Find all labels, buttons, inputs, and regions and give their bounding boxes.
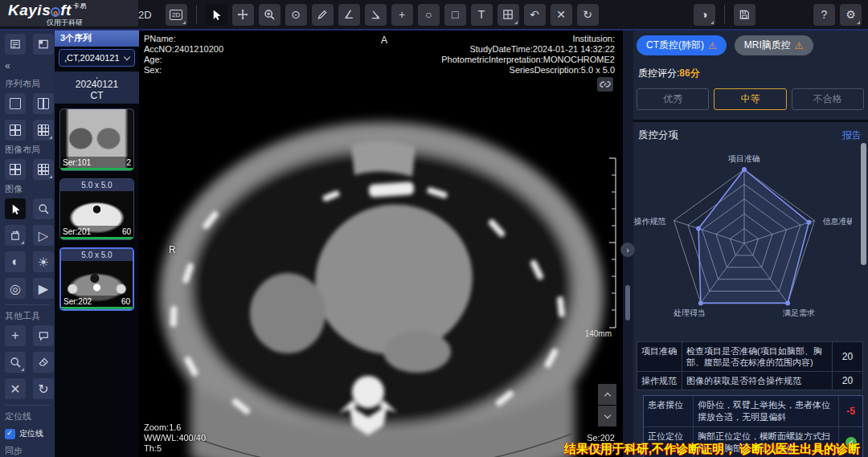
image-zoom-tool-button[interactable] — [33, 198, 54, 219]
expand-panel-button[interactable]: › — [620, 243, 635, 257]
reset-button[interactable]: ↻ — [577, 4, 599, 26]
cursor-tool-button[interactable] — [206, 4, 227, 26]
series-layout-3x3-button[interactable] — [33, 120, 54, 141]
text-tool-button[interactable]: T — [471, 4, 493, 26]
app-logo: Kayisoft卡易 仅用于科研 — [0, 0, 138, 30]
localizer-checkbox[interactable]: 定位线 — [0, 426, 55, 442]
report-link[interactable]: 报告 — [842, 129, 862, 142]
toolbar-separator — [196, 5, 197, 24]
qc-table: 项目准确 检查项目是否准确(项目如脑部、胸部、腹部是否在标准的范围内容) 20 … — [637, 341, 863, 390]
report-info-button[interactable]: ◑ — [694, 4, 715, 26]
qc-radar-chart: 项目准确信息准确满足需求处理得当操作规范 — [633, 142, 868, 341]
angle-tool-button[interactable]: ∠ — [338, 4, 360, 26]
flip-horizontal-button[interactable]: ▷ — [33, 225, 54, 246]
svg-text:项目准确: 项目准确 — [727, 154, 760, 163]
warning-icon: ⚠ — [795, 40, 804, 51]
rotate-flip-button[interactable] — [5, 225, 26, 246]
series-thumbnail-201[interactable]: 5.0 x 5.0 Ser:20160 — [59, 178, 134, 240]
svg-text:满足需求: 满足需求 — [783, 308, 815, 317]
warning-icon: ⚠ — [708, 40, 717, 51]
orientation-right-label: R — [169, 244, 176, 255]
orientation-anterior-label: A — [381, 35, 387, 46]
undo-button[interactable]: ↶ — [524, 4, 546, 26]
sync-title: 同步 — [0, 442, 55, 457]
eraser-tool-button[interactable] — [33, 352, 54, 373]
grade-medium-button[interactable]: 中等 — [714, 88, 786, 110]
series-count-label: 3个序列 — [55, 31, 139, 47]
save-button[interactable] — [734, 4, 755, 26]
image-layout-title: 图像布局 — [0, 141, 55, 159]
clear-tool-button[interactable]: ✕ — [5, 378, 26, 399]
series-thumbnail-101[interactable]: Ser:1012 — [59, 108, 134, 171]
panel-divider: › — [623, 31, 633, 457]
table-row: 项目准确 检查项目是否准确(项目如脑部、胸部、腹部是否在标准的范围内容) 20 — [637, 341, 863, 372]
load-progress-bar — [61, 307, 133, 309]
crosshair-tool-button[interactable]: + — [5, 325, 26, 346]
svg-text:处理得当: 处理得当 — [674, 308, 706, 317]
qc-panel: CT质控(肺部)⚠ MRI脑质控⚠ 质控评分:86分 优秀 中等 不合格 质控分… — [633, 31, 868, 457]
reset-view-button[interactable]: ↻ — [33, 378, 54, 399]
table-row: 患者摆位 仰卧位，双臂上举抱头，患者体位摆放合适，无明显偏斜 -5 — [644, 396, 862, 427]
logo-o-icon: o — [51, 7, 60, 17]
table-row: 操作规范 图像的获取是否符合操作规范 20 — [637, 372, 863, 390]
invert-button[interactable]: ◐ — [5, 251, 26, 272]
study-select[interactable]: ,CT,20240121 — [59, 49, 135, 67]
left-tool-sidebar: « 序列布局 图像布局 图像 ▷ ◐ ☀ ◎ ▶ 其他工具 + — [0, 31, 55, 457]
brightness-button[interactable]: ☀ — [33, 251, 54, 272]
thumbnail-image: Ser:20260 — [61, 261, 133, 309]
collapse-sidebar-button[interactable]: « — [0, 59, 55, 75]
ct-axial-image — [150, 72, 612, 457]
image-layout-3x3-button[interactable] — [33, 159, 54, 180]
cine-play-button[interactable]: ▶ — [33, 278, 54, 299]
series-panel: 3个序列 ,CT,20240121 , 20240121 CT Ser:1012… — [55, 31, 139, 457]
qc-score: 质控评分:86分 — [633, 55, 868, 80]
sidebar-divider — [5, 304, 50, 305]
scroll-down-button[interactable] — [598, 406, 616, 426]
qc-score-value: 86分 — [679, 67, 699, 79]
image-cursor-tool-button[interactable] — [5, 198, 26, 219]
ruler-length-label: 140mm — [585, 329, 612, 338]
series-layout-2x2-button[interactable] — [5, 120, 26, 141]
measure-tool-button[interactable] — [312, 4, 334, 26]
tab-mri-qc[interactable]: MRI脑质控⚠ — [735, 35, 813, 55]
help-button[interactable]: ? — [813, 4, 835, 26]
localizer-checkbox-box[interactable] — [5, 429, 15, 439]
grade-excellent-button[interactable]: 优秀 — [637, 88, 709, 110]
settings-button[interactable]: ⚙ — [840, 4, 862, 26]
qc-section-title: 质控分项 — [638, 129, 678, 142]
magnify-region-button[interactable] — [5, 352, 26, 373]
rect-tool-button[interactable]: □ — [444, 4, 466, 26]
image-layout-2x2-button[interactable] — [5, 159, 26, 180]
layout-2d-button[interactable]: 2D — [166, 4, 187, 26]
load-progress-bar — [60, 168, 133, 170]
window-level-tool-button[interactable]: ⊙ — [285, 4, 307, 26]
series-panel-toggle-button[interactable] — [5, 34, 26, 55]
tab-ct-qc[interactable]: CT质控(肺部)⚠ — [637, 35, 727, 55]
cobb-angle-tool-button[interactable] — [365, 4, 387, 26]
image-viewport[interactable]: PName: AccNO:2401210200 Age: Sex: A R In… — [139, 31, 623, 457]
point-tool-button[interactable]: + — [391, 4, 413, 26]
series-layout-1x2-button[interactable] — [33, 93, 54, 114]
top-toolbar: Kayisoft卡易 仅用于科研 2D 2D ⊙ ∠ + ○ □ T ↶ ✕ ↻… — [0, 0, 868, 31]
ellipse-tool-button[interactable]: ○ — [418, 4, 440, 26]
pan-tool-button[interactable] — [232, 4, 254, 26]
link-series-button[interactable] — [597, 77, 613, 92]
comment-tool-button[interactable] — [33, 325, 54, 346]
viewport-scrollbar[interactable] — [625, 285, 630, 320]
logo-tagline: 仅用于科研 — [47, 18, 83, 28]
logo-text: Kayisoft卡易 — [8, 2, 87, 19]
series-thumbnail-202-selected[interactable]: 5.0 x 5.0 Ser:20260 — [59, 247, 134, 311]
svg-text:操作规范: 操作规范 — [634, 217, 666, 226]
deduct-score: -5 — [846, 406, 855, 418]
zoom-tool-button[interactable] — [259, 4, 280, 26]
target-button[interactable]: ◎ — [5, 278, 26, 299]
grade-fail-button[interactable]: 不合格 — [792, 88, 864, 110]
series-layout-1x1-button[interactable] — [5, 93, 26, 114]
delete-annotation-button[interactable]: ✕ — [551, 4, 572, 26]
study-group-header[interactable]: , 20240121 CT — [55, 71, 139, 104]
toolbar-separator-right — [724, 5, 725, 24]
grid-layout-button[interactable] — [497, 4, 519, 26]
qc-panel-scrollbar[interactable] — [861, 143, 866, 265]
scroll-up-button[interactable] — [598, 384, 616, 405]
report-panel-toggle-button[interactable] — [33, 34, 54, 55]
